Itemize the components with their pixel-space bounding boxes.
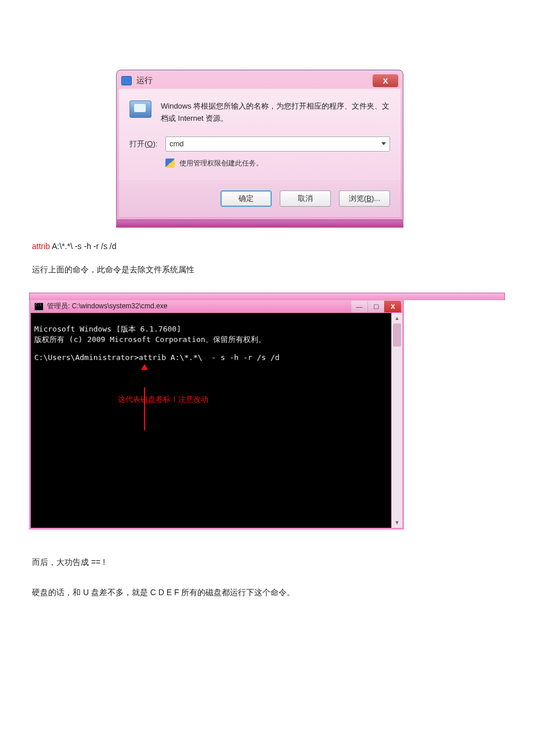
explain-text: 运行上面的命令，此命令是去除文件系统属性 [32,265,505,275]
minimize-button[interactable]: — [351,301,367,312]
close-icon: X [391,303,395,310]
scroll-down-button[interactable]: ▼ [392,517,402,528]
after-text-2: 硬盘的话，和 U 盘差不多，就是 C D E F 所有的磁盘都运行下这个命令。 [32,588,505,598]
run-dialog-icon [129,100,151,118]
cmd-line: Microsoft Windows [版本 6.1.7600] [34,324,388,334]
chevron-down-icon[interactable] [381,142,386,145]
maximize-button[interactable]: ▢ [367,301,384,312]
scroll-up-button[interactable]: ▲ [392,313,402,323]
command-line-text: attrib A:\*.*\ -s -h -r /s /d [32,242,505,251]
run-titlebar[interactable]: 运行 X [119,73,400,89]
cmd-titlebar[interactable]: 管理员: C:\windows\system32\cmd.exe — ▢ X [31,300,402,313]
annotation-text: 这代表磁盘卷标！注意改动 [118,394,208,405]
admin-note: 使用管理权限创建此任务。 [179,159,263,168]
open-label: 打开(O): [129,139,165,149]
scrollbar[interactable]: ▲ ▼ [391,313,402,528]
browse-button[interactable]: 浏览(B)... [339,190,390,207]
cmd-output[interactable]: Microsoft Windows [版本 6.1.7600]版权所有 (c) … [31,313,391,528]
run-description: Windows 将根据您所输入的名称，为您打开相应的程序、文件夹、文档或 Int… [161,100,390,125]
cmd-figure: 管理员: C:\windows\system32\cmd.exe — ▢ X M… [29,293,505,530]
open-combobox[interactable]: cmd [165,136,390,152]
run-buttonbar: 确定 取消 浏览(B)... [119,180,400,217]
after-text-1: 而后，大功告成 == ! [32,557,505,568]
close-button[interactable]: X [373,74,398,87]
shield-icon [165,159,175,168]
admin-note-row: 使用管理权限创建此任务。 [165,159,390,168]
run-app-icon [121,76,132,85]
scroll-thumb[interactable] [393,323,401,347]
arrow-up-icon [141,364,148,370]
close-button[interactable]: X [384,301,401,312]
cmd-line: 版权所有 (c) 2009 Microsoft Corporation。保留所有… [34,334,388,345]
command-args: A:\*.*\ -s -h -r /s /d [50,242,116,251]
run-title: 运行 [136,75,373,86]
command-keyword: attrib [32,242,50,251]
open-value: cmd [169,139,184,148]
cmd-line: C:\Users\Administrator>attrib A:\*.*\ - … [34,353,388,362]
background-sliver [29,293,505,300]
run-dialog: 运行 X Windows 将根据您所输入的名称，为您打开相应的程序、文件夹、文档… [116,70,403,228]
cmd-title: 管理员: C:\windows\system32\cmd.exe [47,301,351,311]
cmd-window: 管理员: C:\windows\system32\cmd.exe — ▢ X M… [29,300,404,530]
cmd-app-icon [34,303,44,311]
cancel-button[interactable]: 取消 [280,190,331,207]
ok-button[interactable]: 确定 [221,190,272,207]
taskbar-sliver [116,220,403,228]
window-controls: — ▢ X [351,301,401,312]
close-icon: X [383,77,388,85]
